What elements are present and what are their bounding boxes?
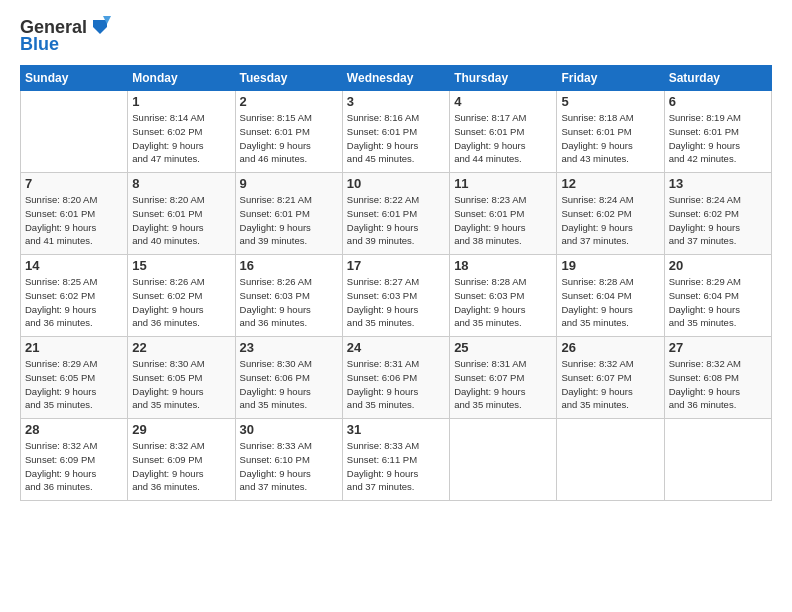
calendar-cell: 5Sunrise: 8:18 AM Sunset: 6:01 PM Daylig… — [557, 91, 664, 173]
day-info: Sunrise: 8:31 AM Sunset: 6:07 PM Dayligh… — [454, 357, 552, 412]
day-info: Sunrise: 8:26 AM Sunset: 6:03 PM Dayligh… — [240, 275, 338, 330]
calendar-cell: 16Sunrise: 8:26 AM Sunset: 6:03 PM Dayli… — [235, 255, 342, 337]
calendar-cell: 22Sunrise: 8:30 AM Sunset: 6:05 PM Dayli… — [128, 337, 235, 419]
day-number: 26 — [561, 340, 659, 355]
day-info: Sunrise: 8:24 AM Sunset: 6:02 PM Dayligh… — [561, 193, 659, 248]
calendar-cell: 18Sunrise: 8:28 AM Sunset: 6:03 PM Dayli… — [450, 255, 557, 337]
calendar-cell: 2Sunrise: 8:15 AM Sunset: 6:01 PM Daylig… — [235, 91, 342, 173]
calendar-cell: 24Sunrise: 8:31 AM Sunset: 6:06 PM Dayli… — [342, 337, 449, 419]
day-number: 8 — [132, 176, 230, 191]
header-day-sunday: Sunday — [21, 66, 128, 91]
calendar-cell: 29Sunrise: 8:32 AM Sunset: 6:09 PM Dayli… — [128, 419, 235, 501]
calendar-cell: 25Sunrise: 8:31 AM Sunset: 6:07 PM Dayli… — [450, 337, 557, 419]
day-number: 11 — [454, 176, 552, 191]
calendar-cell: 17Sunrise: 8:27 AM Sunset: 6:03 PM Dayli… — [342, 255, 449, 337]
header-day-tuesday: Tuesday — [235, 66, 342, 91]
day-number: 16 — [240, 258, 338, 273]
calendar-cell: 8Sunrise: 8:20 AM Sunset: 6:01 PM Daylig… — [128, 173, 235, 255]
calendar-cell — [664, 419, 771, 501]
calendar-cell: 26Sunrise: 8:32 AM Sunset: 6:07 PM Dayli… — [557, 337, 664, 419]
day-info: Sunrise: 8:33 AM Sunset: 6:11 PM Dayligh… — [347, 439, 445, 494]
calendar-cell: 11Sunrise: 8:23 AM Sunset: 6:01 PM Dayli… — [450, 173, 557, 255]
day-number: 17 — [347, 258, 445, 273]
header-day-wednesday: Wednesday — [342, 66, 449, 91]
calendar-cell: 9Sunrise: 8:21 AM Sunset: 6:01 PM Daylig… — [235, 173, 342, 255]
header-day-friday: Friday — [557, 66, 664, 91]
day-number: 9 — [240, 176, 338, 191]
calendar-week-row: 14Sunrise: 8:25 AM Sunset: 6:02 PM Dayli… — [21, 255, 772, 337]
day-number: 3 — [347, 94, 445, 109]
calendar-cell: 30Sunrise: 8:33 AM Sunset: 6:10 PM Dayli… — [235, 419, 342, 501]
day-number: 12 — [561, 176, 659, 191]
header: General Blue — [20, 16, 772, 55]
svg-marker-0 — [93, 20, 107, 34]
calendar-cell: 23Sunrise: 8:30 AM Sunset: 6:06 PM Dayli… — [235, 337, 342, 419]
calendar-cell: 20Sunrise: 8:29 AM Sunset: 6:04 PM Dayli… — [664, 255, 771, 337]
calendar-header-row: SundayMondayTuesdayWednesdayThursdayFrid… — [21, 66, 772, 91]
day-info: Sunrise: 8:23 AM Sunset: 6:01 PM Dayligh… — [454, 193, 552, 248]
calendar-cell: 31Sunrise: 8:33 AM Sunset: 6:11 PM Dayli… — [342, 419, 449, 501]
day-number: 5 — [561, 94, 659, 109]
calendar-cell: 12Sunrise: 8:24 AM Sunset: 6:02 PM Dayli… — [557, 173, 664, 255]
day-info: Sunrise: 8:18 AM Sunset: 6:01 PM Dayligh… — [561, 111, 659, 166]
day-number: 23 — [240, 340, 338, 355]
day-number: 27 — [669, 340, 767, 355]
day-info: Sunrise: 8:25 AM Sunset: 6:02 PM Dayligh… — [25, 275, 123, 330]
day-number: 10 — [347, 176, 445, 191]
day-info: Sunrise: 8:24 AM Sunset: 6:02 PM Dayligh… — [669, 193, 767, 248]
day-number: 14 — [25, 258, 123, 273]
day-info: Sunrise: 8:30 AM Sunset: 6:06 PM Dayligh… — [240, 357, 338, 412]
calendar-cell: 6Sunrise: 8:19 AM Sunset: 6:01 PM Daylig… — [664, 91, 771, 173]
calendar-cell: 19Sunrise: 8:28 AM Sunset: 6:04 PM Dayli… — [557, 255, 664, 337]
day-info: Sunrise: 8:32 AM Sunset: 6:07 PM Dayligh… — [561, 357, 659, 412]
day-number: 7 — [25, 176, 123, 191]
day-info: Sunrise: 8:32 AM Sunset: 6:09 PM Dayligh… — [132, 439, 230, 494]
day-info: Sunrise: 8:29 AM Sunset: 6:04 PM Dayligh… — [669, 275, 767, 330]
header-day-saturday: Saturday — [664, 66, 771, 91]
day-info: Sunrise: 8:28 AM Sunset: 6:04 PM Dayligh… — [561, 275, 659, 330]
logo-arrow-icon — [89, 16, 111, 38]
calendar-cell: 15Sunrise: 8:26 AM Sunset: 6:02 PM Dayli… — [128, 255, 235, 337]
day-info: Sunrise: 8:32 AM Sunset: 6:08 PM Dayligh… — [669, 357, 767, 412]
day-info: Sunrise: 8:20 AM Sunset: 6:01 PM Dayligh… — [25, 193, 123, 248]
day-info: Sunrise: 8:15 AM Sunset: 6:01 PM Dayligh… — [240, 111, 338, 166]
day-number: 19 — [561, 258, 659, 273]
calendar-week-row: 21Sunrise: 8:29 AM Sunset: 6:05 PM Dayli… — [21, 337, 772, 419]
day-info: Sunrise: 8:26 AM Sunset: 6:02 PM Dayligh… — [132, 275, 230, 330]
calendar-cell: 4Sunrise: 8:17 AM Sunset: 6:01 PM Daylig… — [450, 91, 557, 173]
calendar-cell: 3Sunrise: 8:16 AM Sunset: 6:01 PM Daylig… — [342, 91, 449, 173]
calendar-table: SundayMondayTuesdayWednesdayThursdayFrid… — [20, 65, 772, 501]
day-info: Sunrise: 8:28 AM Sunset: 6:03 PM Dayligh… — [454, 275, 552, 330]
day-number: 29 — [132, 422, 230, 437]
day-number: 30 — [240, 422, 338, 437]
calendar-cell — [557, 419, 664, 501]
calendar-cell: 13Sunrise: 8:24 AM Sunset: 6:02 PM Dayli… — [664, 173, 771, 255]
logo: General Blue — [20, 16, 111, 55]
day-info: Sunrise: 8:22 AM Sunset: 6:01 PM Dayligh… — [347, 193, 445, 248]
calendar-week-row: 7Sunrise: 8:20 AM Sunset: 6:01 PM Daylig… — [21, 173, 772, 255]
day-info: Sunrise: 8:20 AM Sunset: 6:01 PM Dayligh… — [132, 193, 230, 248]
day-info: Sunrise: 8:16 AM Sunset: 6:01 PM Dayligh… — [347, 111, 445, 166]
day-info: Sunrise: 8:21 AM Sunset: 6:01 PM Dayligh… — [240, 193, 338, 248]
day-number: 28 — [25, 422, 123, 437]
day-info: Sunrise: 8:30 AM Sunset: 6:05 PM Dayligh… — [132, 357, 230, 412]
day-info: Sunrise: 8:14 AM Sunset: 6:02 PM Dayligh… — [132, 111, 230, 166]
calendar-cell: 7Sunrise: 8:20 AM Sunset: 6:01 PM Daylig… — [21, 173, 128, 255]
day-info: Sunrise: 8:19 AM Sunset: 6:01 PM Dayligh… — [669, 111, 767, 166]
logo-blue: Blue — [20, 34, 59, 55]
calendar-cell — [21, 91, 128, 173]
calendar-cell: 21Sunrise: 8:29 AM Sunset: 6:05 PM Dayli… — [21, 337, 128, 419]
day-info: Sunrise: 8:31 AM Sunset: 6:06 PM Dayligh… — [347, 357, 445, 412]
calendar-cell: 27Sunrise: 8:32 AM Sunset: 6:08 PM Dayli… — [664, 337, 771, 419]
calendar-week-row: 28Sunrise: 8:32 AM Sunset: 6:09 PM Dayli… — [21, 419, 772, 501]
day-number: 31 — [347, 422, 445, 437]
day-info: Sunrise: 8:17 AM Sunset: 6:01 PM Dayligh… — [454, 111, 552, 166]
calendar-body: 1Sunrise: 8:14 AM Sunset: 6:02 PM Daylig… — [21, 91, 772, 501]
day-number: 22 — [132, 340, 230, 355]
day-number: 4 — [454, 94, 552, 109]
calendar-cell: 1Sunrise: 8:14 AM Sunset: 6:02 PM Daylig… — [128, 91, 235, 173]
day-number: 13 — [669, 176, 767, 191]
day-number: 21 — [25, 340, 123, 355]
calendar-cell: 28Sunrise: 8:32 AM Sunset: 6:09 PM Dayli… — [21, 419, 128, 501]
day-number: 1 — [132, 94, 230, 109]
